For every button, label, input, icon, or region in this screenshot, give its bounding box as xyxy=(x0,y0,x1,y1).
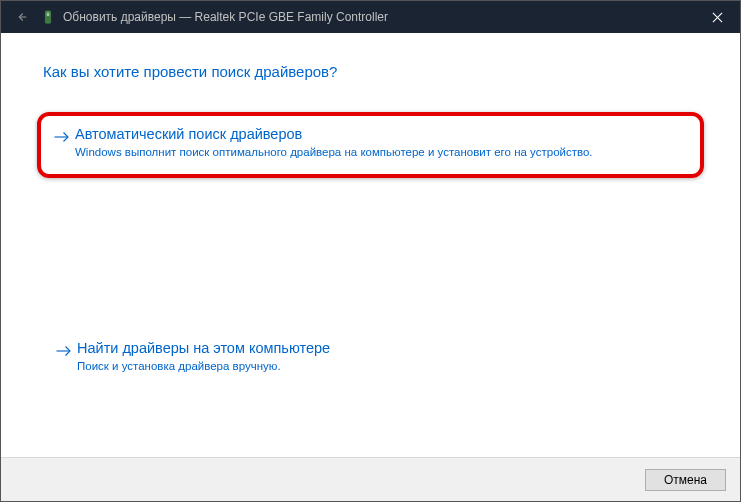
window-title: Обновить драйверы — Realtek PCIe GBE Fam… xyxy=(63,10,388,24)
arrow-right-icon xyxy=(49,126,75,144)
svg-rect-2 xyxy=(47,13,50,17)
close-button[interactable] xyxy=(694,1,740,33)
option-manual-search[interactable]: Найти драйверы на этом компьютере Поиск … xyxy=(43,328,698,386)
cancel-button[interactable]: Отмена xyxy=(645,469,726,491)
option-description: Windows выполнит поиск оптимального драй… xyxy=(75,145,692,160)
device-icon xyxy=(41,10,55,24)
content-area: Как вы хотите провести поиск драйверов? … xyxy=(1,33,740,386)
option-title: Найти драйверы на этом компьютере xyxy=(77,340,690,356)
back-button[interactable] xyxy=(1,1,41,33)
titlebar: Обновить драйверы — Realtek PCIe GBE Fam… xyxy=(1,1,740,33)
option-auto-search[interactable]: Автоматический поиск драйверов Windows в… xyxy=(37,112,704,178)
page-heading: Как вы хотите провести поиск драйверов? xyxy=(43,63,698,80)
option-title: Автоматический поиск драйверов xyxy=(75,126,692,142)
footer: Отмена xyxy=(1,457,740,501)
option-description: Поиск и установка драйвера вручную. xyxy=(77,359,690,374)
arrow-right-icon xyxy=(51,340,77,358)
